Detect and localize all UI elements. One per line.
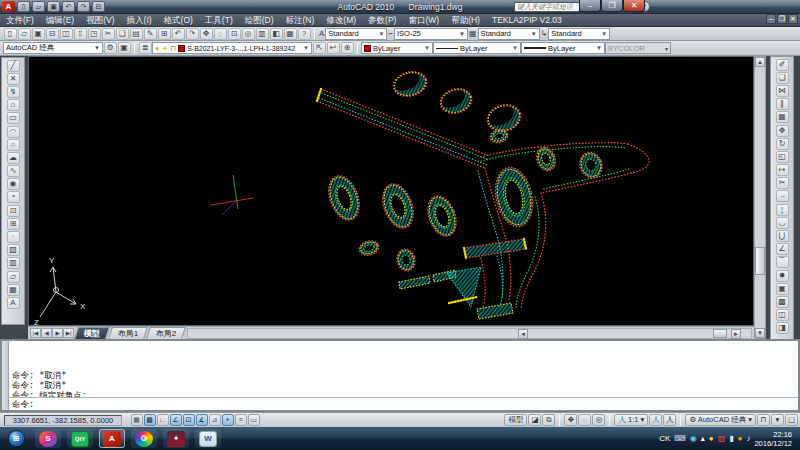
menu-item[interactable]: 修改(M) <box>320 14 362 27</box>
action-center-flag-icon[interactable]: ▨ <box>718 434 726 444</box>
zoom-realtime-button[interactable]: ◌ <box>214 28 227 40</box>
undo-button[interactable]: ↶ <box>172 28 185 40</box>
tool-palettes-button[interactable]: ▦ <box>284 28 297 40</box>
match-properties-button[interactable]: ✎ <box>144 28 157 40</box>
cut-button[interactable]: ✂ <box>102 28 115 40</box>
trim-button[interactable]: ✂ <box>776 177 789 189</box>
zoom-icon[interactable]: ◌ <box>578 414 591 426</box>
save-workspace-icon[interactable]: ▣ <box>118 42 131 54</box>
plot-preview-button[interactable]: ◫ <box>60 28 73 40</box>
dyn-toggle[interactable]: + <box>222 414 234 426</box>
line-button[interactable]: ╱ <box>7 60 20 72</box>
layer-properties-manager-icon[interactable]: ≣ <box>139 42 152 54</box>
app-close-button[interactable]: ✕ <box>623 0 645 12</box>
redo-button[interactable]: ↷ <box>186 28 199 40</box>
scroll-right-icon[interactable]: ► <box>731 329 741 339</box>
steeringwheel-icon[interactable]: ◎ <box>592 414 605 426</box>
new-button[interactable]: ▯ <box>4 28 17 40</box>
workspace-switching-button[interactable]: ⚙ AutoCAD 经典 ▾ <box>685 414 756 426</box>
grid-toggle[interactable]: ▩ <box>144 414 156 426</box>
doc-minimize-button[interactable]: – <box>766 14 776 24</box>
scroll-left-icon[interactable]: ◄ <box>518 329 528 339</box>
model-space-button[interactable]: 模型 <box>504 414 527 426</box>
layer-combo[interactable]: ● ☀ ⊓ S-B2021-LYF-3-...1-LPH-1-389242 ▼ <box>152 42 312 54</box>
layer-previous-icon[interactable]: ↩ <box>327 42 340 54</box>
tab-nav-arrow-icon[interactable]: ▶| <box>63 328 74 338</box>
menu-item[interactable]: 视图(V) <box>80 14 120 27</box>
lineweight-combo[interactable]: ByLayer▼ <box>521 42 605 54</box>
menu-item[interactable]: 格式(O) <box>158 14 199 27</box>
save-button[interactable]: ▣ <box>32 28 45 40</box>
extend-button[interactable]: → <box>776 190 789 202</box>
draworder-under-button[interactable]: ◨ <box>776 322 789 334</box>
menu-item[interactable]: 窗口(W) <box>402 14 445 27</box>
paste-button[interactable]: ▤ <box>130 28 143 40</box>
vertical-scrollbar[interactable]: ▲ ▼ <box>754 56 766 339</box>
keyboard-icon[interactable]: ⌨ <box>674 434 686 444</box>
polyline-button[interactable]: ↯ <box>7 86 20 98</box>
offset-button[interactable]: ∥ <box>776 98 789 110</box>
horizontal-scrollbar[interactable]: ◄ ► <box>187 328 752 339</box>
menu-item[interactable]: 编辑(E) <box>40 14 80 27</box>
status-menu-chevron-icon[interactable]: ▾ <box>771 414 784 426</box>
layout-tab[interactable]: 模型 <box>74 327 110 339</box>
taskbar-pinwheel-icon[interactable]: ❂ <box>131 429 157 448</box>
block-editor-button[interactable]: ⊞ <box>158 28 171 40</box>
doc-restore-button[interactable]: ❐ <box>777 14 787 24</box>
revision-cloud-button[interactable]: ☁ <box>7 152 20 164</box>
security-shield-icon[interactable]: ● <box>709 434 714 444</box>
toolbar-lock-icon[interactable]: ⊓ <box>757 414 770 426</box>
table-style-combo[interactable]: Standard▼ <box>478 28 540 40</box>
rotate-button[interactable]: ↻ <box>776 138 789 150</box>
explode-button[interactable]: ✸ <box>776 270 789 282</box>
horizontal-scroll-thumb[interactable] <box>713 329 727 338</box>
layer-lock-icon[interactable]: ⊓ <box>170 44 176 53</box>
mleader-style-combo[interactable]: Standard▼ <box>548 28 610 40</box>
qat-redo-icon[interactable]: ↷ <box>77 1 90 12</box>
taskbar-sogou-icon[interactable]: S <box>35 429 61 448</box>
publish-button[interactable]: ⇧ <box>74 28 87 40</box>
make-layer-current-icon[interactable]: ⇱ <box>313 42 326 54</box>
notification-dot-icon[interactable]: ● <box>738 434 743 444</box>
copy-button[interactable]: ❏ <box>776 72 789 84</box>
break-at-point-button[interactable]: ¦ <box>776 204 789 216</box>
layer-freeze-sun-icon[interactable]: ☀ <box>162 44 169 53</box>
quick-view-layouts-icon[interactable]: ◪ <box>528 414 541 426</box>
battery-icon[interactable]: ▮ <box>729 434 733 444</box>
app-restore-button[interactable]: ❐ <box>601 0 623 12</box>
tab-nav-arrow-icon[interactable]: ◀ <box>41 328 52 338</box>
taskbar-redapp-icon[interactable]: ✦ <box>163 429 189 448</box>
workspace-settings-icon[interactable]: ⚙ <box>104 42 117 54</box>
plot-button[interactable]: ⊟ <box>46 28 59 40</box>
layout-tab[interactable]: 布局2 <box>147 327 187 339</box>
command-prompt[interactable]: 命令: <box>9 397 798 410</box>
annotation-autoscale-icon[interactable]: 人 <box>663 414 676 426</box>
layer-states-icon[interactable]: ⊕ <box>341 42 354 54</box>
hatch-button[interactable]: ▨ <box>7 244 20 256</box>
menu-item[interactable]: 帮助(H) <box>445 14 486 27</box>
pan-button[interactable]: ✥ <box>200 28 213 40</box>
menu-item[interactable]: 文件(F) <box>0 14 40 27</box>
text-style-combo[interactable]: Standard▼ <box>325 28 387 40</box>
help-button[interactable]: ? <box>298 28 311 40</box>
mirror-button[interactable]: ⋈ <box>776 85 789 97</box>
start-button[interactable]: ⊞ <box>3 429 29 448</box>
export-dwf-button[interactable]: ◳ <box>88 28 101 40</box>
clean-screen-icon[interactable]: ▢ <box>785 414 798 426</box>
layout-tab[interactable]: 布局1 <box>108 327 148 339</box>
color-combo[interactable]: ByLayer▼ <box>361 42 433 54</box>
stretch-button[interactable]: ↦ <box>776 164 789 176</box>
draworder-above-button[interactable]: ◫ <box>776 309 789 321</box>
scale-button[interactable]: ◱ <box>776 151 789 163</box>
scroll-down-icon[interactable]: ▼ <box>755 328 765 338</box>
osnap-toggle[interactable]: ⊡ <box>183 414 195 426</box>
search-input[interactable] <box>514 2 580 12</box>
quick-view-drawings-icon[interactable]: ⧉ <box>542 414 555 426</box>
annotation-visibility-icon[interactable]: 人 <box>649 414 662 426</box>
menu-item[interactable]: TEKLA2PIP V2.03 <box>486 14 568 27</box>
properties-button[interactable]: ▥ <box>256 28 269 40</box>
layer-on-bulb-icon[interactable]: ● <box>155 44 160 53</box>
ellipse-button[interactable]: ◉ <box>7 178 20 190</box>
circle-button[interactable]: ○ <box>7 139 20 151</box>
draworder-back-button[interactable]: ▩ <box>776 296 789 308</box>
